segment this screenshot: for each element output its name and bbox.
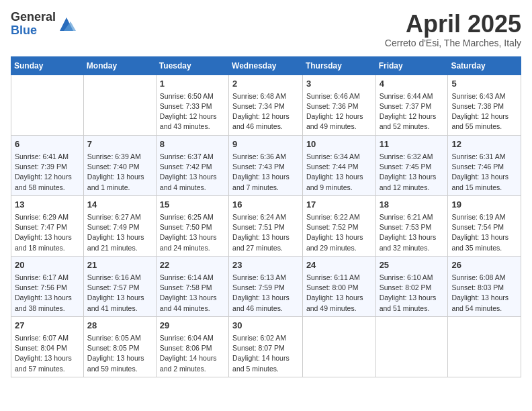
calendar-cell: 19Sunrise: 6:19 AMSunset: 7:54 PMDayligh… bbox=[448, 195, 521, 256]
day-number: 23 bbox=[232, 259, 299, 271]
calendar-header-sunday: Sunday bbox=[11, 56, 84, 75]
day-info: Sunrise: 6:36 AMSunset: 7:43 PMDaylight:… bbox=[232, 152, 299, 193]
title-area: April 2025 Cerreto d'Esi, The Marches, I… bbox=[385, 11, 521, 48]
page-header: General Blue April 2025 Cerreto d'Esi, T… bbox=[11, 11, 521, 48]
day-number: 3 bbox=[306, 78, 372, 90]
day-number: 18 bbox=[380, 199, 445, 211]
day-number: 10 bbox=[306, 138, 372, 150]
day-number: 16 bbox=[232, 199, 299, 211]
day-info: Sunrise: 6:50 AMSunset: 7:33 PMDaylight:… bbox=[160, 91, 225, 132]
calendar-cell: 20Sunrise: 6:17 AMSunset: 7:56 PMDayligh… bbox=[11, 256, 84, 316]
day-info: Sunrise: 6:07 AMSunset: 8:04 PMDaylight:… bbox=[15, 333, 80, 374]
day-info: Sunrise: 6:25 AMSunset: 7:50 PMDaylight:… bbox=[160, 212, 225, 253]
logo-blue: Blue bbox=[11, 24, 56, 38]
calendar-header-tuesday: Tuesday bbox=[156, 56, 228, 75]
day-number: 1 bbox=[160, 78, 225, 90]
day-number: 19 bbox=[451, 199, 517, 211]
day-info: Sunrise: 6:02 AMSunset: 8:07 PMDaylight:… bbox=[232, 333, 299, 374]
day-number: 29 bbox=[160, 320, 225, 332]
logo-general: General bbox=[11, 11, 56, 24]
day-number: 17 bbox=[306, 199, 372, 211]
calendar-cell: 5Sunrise: 6:43 AMSunset: 7:38 PMDaylight… bbox=[448, 75, 521, 135]
calendar-cell: 1Sunrise: 6:50 AMSunset: 7:33 PMDaylight… bbox=[156, 75, 228, 135]
logo: General Blue bbox=[11, 11, 76, 38]
calendar-cell: 11Sunrise: 6:32 AMSunset: 7:45 PMDayligh… bbox=[375, 135, 448, 195]
day-info: Sunrise: 6:19 AMSunset: 7:54 PMDaylight:… bbox=[451, 212, 517, 253]
calendar-cell: 26Sunrise: 6:08 AMSunset: 8:03 PMDayligh… bbox=[448, 256, 521, 316]
calendar-cell: 2Sunrise: 6:48 AMSunset: 7:34 PMDaylight… bbox=[229, 75, 303, 135]
day-info: Sunrise: 6:29 AMSunset: 7:47 PMDaylight:… bbox=[15, 212, 80, 253]
calendar-cell: 3Sunrise: 6:46 AMSunset: 7:36 PMDaylight… bbox=[302, 75, 375, 135]
day-info: Sunrise: 6:11 AMSunset: 8:00 PMDaylight:… bbox=[306, 273, 372, 314]
calendar-cell bbox=[11, 75, 84, 135]
calendar-cell bbox=[83, 75, 156, 135]
calendar-cell: 12Sunrise: 6:31 AMSunset: 7:46 PMDayligh… bbox=[448, 135, 521, 195]
day-number: 7 bbox=[87, 138, 152, 150]
calendar-header-thursday: Thursday bbox=[302, 56, 375, 75]
day-info: Sunrise: 6:21 AMSunset: 7:53 PMDaylight:… bbox=[380, 212, 445, 253]
calendar-cell bbox=[302, 316, 375, 377]
day-number: 2 bbox=[232, 78, 299, 90]
day-number: 11 bbox=[380, 138, 445, 150]
calendar-week-row: 20Sunrise: 6:17 AMSunset: 7:56 PMDayligh… bbox=[11, 256, 521, 316]
logo-icon bbox=[57, 15, 76, 34]
calendar-cell: 9Sunrise: 6:36 AMSunset: 7:43 PMDaylight… bbox=[229, 135, 303, 195]
day-number: 22 bbox=[160, 259, 225, 271]
day-info: Sunrise: 6:10 AMSunset: 8:02 PMDaylight:… bbox=[380, 273, 445, 314]
day-info: Sunrise: 6:04 AMSunset: 8:06 PMDaylight:… bbox=[160, 333, 225, 374]
location: Cerreto d'Esi, The Marches, Italy bbox=[385, 38, 521, 48]
calendar-cell: 21Sunrise: 6:16 AMSunset: 7:57 PMDayligh… bbox=[83, 256, 156, 316]
day-number: 27 bbox=[15, 320, 80, 332]
calendar-cell: 29Sunrise: 6:04 AMSunset: 8:06 PMDayligh… bbox=[156, 316, 228, 377]
calendar-header-saturday: Saturday bbox=[448, 56, 521, 75]
day-info: Sunrise: 6:39 AMSunset: 7:40 PMDaylight:… bbox=[87, 152, 152, 193]
calendar-cell: 10Sunrise: 6:34 AMSunset: 7:44 PMDayligh… bbox=[302, 135, 375, 195]
calendar-cell: 24Sunrise: 6:11 AMSunset: 8:00 PMDayligh… bbox=[302, 256, 375, 316]
day-number: 30 bbox=[232, 320, 299, 332]
calendar-cell: 13Sunrise: 6:29 AMSunset: 7:47 PMDayligh… bbox=[11, 195, 84, 256]
day-info: Sunrise: 6:46 AMSunset: 7:36 PMDaylight:… bbox=[306, 91, 372, 132]
calendar-cell: 17Sunrise: 6:22 AMSunset: 7:52 PMDayligh… bbox=[302, 195, 375, 256]
day-info: Sunrise: 6:32 AMSunset: 7:45 PMDaylight:… bbox=[380, 152, 445, 193]
calendar-week-row: 6Sunrise: 6:41 AMSunset: 7:39 PMDaylight… bbox=[11, 135, 521, 195]
day-number: 26 bbox=[451, 259, 517, 271]
day-info: Sunrise: 6:31 AMSunset: 7:46 PMDaylight:… bbox=[451, 152, 517, 193]
day-info: Sunrise: 6:24 AMSunset: 7:51 PMDaylight:… bbox=[232, 212, 299, 253]
calendar-week-row: 13Sunrise: 6:29 AMSunset: 7:47 PMDayligh… bbox=[11, 195, 521, 256]
calendar-week-row: 27Sunrise: 6:07 AMSunset: 8:04 PMDayligh… bbox=[11, 316, 521, 377]
calendar-table: SundayMondayTuesdayWednesdayThursdayFrid… bbox=[11, 56, 521, 377]
day-info: Sunrise: 6:08 AMSunset: 8:03 PMDaylight:… bbox=[451, 273, 517, 314]
day-number: 4 bbox=[380, 78, 445, 90]
calendar-cell: 18Sunrise: 6:21 AMSunset: 7:53 PMDayligh… bbox=[375, 195, 448, 256]
calendar-cell: 8Sunrise: 6:37 AMSunset: 7:42 PMDaylight… bbox=[156, 135, 228, 195]
day-info: Sunrise: 6:27 AMSunset: 7:49 PMDaylight:… bbox=[87, 212, 152, 253]
calendar-header-monday: Monday bbox=[83, 56, 156, 75]
day-number: 12 bbox=[451, 138, 517, 150]
calendar-week-row: 1Sunrise: 6:50 AMSunset: 7:33 PMDaylight… bbox=[11, 75, 521, 135]
day-number: 20 bbox=[15, 259, 80, 271]
calendar-cell: 28Sunrise: 6:05 AMSunset: 8:05 PMDayligh… bbox=[83, 316, 156, 377]
calendar-cell: 22Sunrise: 6:14 AMSunset: 7:58 PMDayligh… bbox=[156, 256, 228, 316]
calendar-cell: 4Sunrise: 6:44 AMSunset: 7:37 PMDaylight… bbox=[375, 75, 448, 135]
day-info: Sunrise: 6:34 AMSunset: 7:44 PMDaylight:… bbox=[306, 152, 372, 193]
calendar-cell: 14Sunrise: 6:27 AMSunset: 7:49 PMDayligh… bbox=[83, 195, 156, 256]
day-info: Sunrise: 6:22 AMSunset: 7:52 PMDaylight:… bbox=[306, 212, 372, 253]
day-number: 8 bbox=[160, 138, 225, 150]
calendar-cell: 16Sunrise: 6:24 AMSunset: 7:51 PMDayligh… bbox=[229, 195, 303, 256]
day-info: Sunrise: 6:48 AMSunset: 7:34 PMDaylight:… bbox=[232, 91, 299, 132]
day-info: Sunrise: 6:16 AMSunset: 7:57 PMDaylight:… bbox=[87, 273, 152, 314]
day-info: Sunrise: 6:41 AMSunset: 7:39 PMDaylight:… bbox=[15, 152, 80, 193]
calendar-cell: 23Sunrise: 6:13 AMSunset: 7:59 PMDayligh… bbox=[229, 256, 303, 316]
day-info: Sunrise: 6:43 AMSunset: 7:38 PMDaylight:… bbox=[451, 91, 517, 132]
day-number: 5 bbox=[451, 78, 517, 90]
day-number: 21 bbox=[87, 259, 152, 271]
day-number: 6 bbox=[15, 138, 80, 150]
calendar-cell: 25Sunrise: 6:10 AMSunset: 8:02 PMDayligh… bbox=[375, 256, 448, 316]
day-info: Sunrise: 6:14 AMSunset: 7:58 PMDaylight:… bbox=[160, 273, 225, 314]
day-number: 13 bbox=[15, 199, 80, 211]
calendar-header-friday: Friday bbox=[375, 56, 448, 75]
calendar-cell: 27Sunrise: 6:07 AMSunset: 8:04 PMDayligh… bbox=[11, 316, 84, 377]
day-number: 24 bbox=[306, 259, 372, 271]
calendar-cell bbox=[448, 316, 521, 377]
day-number: 9 bbox=[232, 138, 299, 150]
